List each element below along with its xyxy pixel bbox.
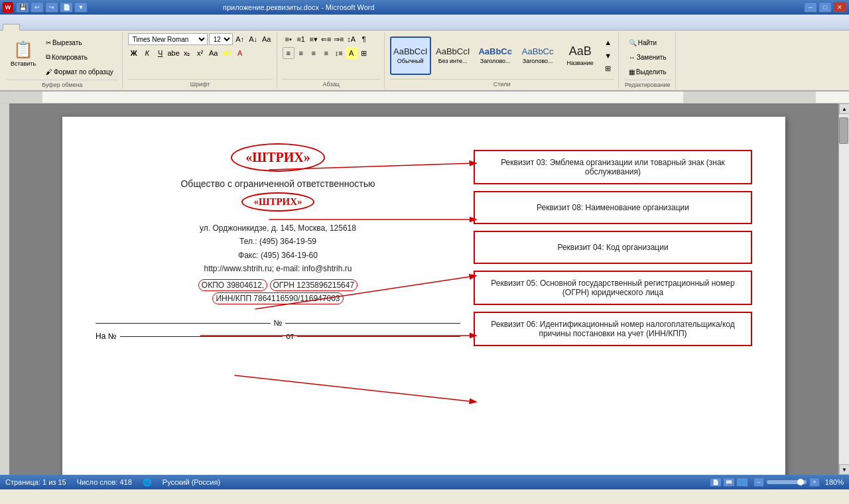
okpo-ogrn-line: ОКПО 39804612, ОГРН 1235896215647 <box>96 279 460 292</box>
signature-lines: № На № от <box>96 318 460 341</box>
fax-line: Факс: (495) 364-19-60 <box>96 249 460 262</box>
cut-button[interactable]: ✂ Вырезать <box>41 36 118 49</box>
line-spacing-btn[interactable]: ↕≡ <box>333 47 345 59</box>
tab-layout[interactable] <box>37 24 54 30</box>
zoom-out-btn[interactable]: − <box>753 477 764 487</box>
undo-qat-btn[interactable]: ↩ <box>31 2 44 13</box>
styles-scroll-up[interactable]: ▲ <box>602 36 614 48</box>
zoom-slider[interactable] <box>767 480 807 484</box>
logo-area: «ШТРИХ» Общество с ограниченной ответств… <box>96 143 460 212</box>
style-nospace[interactable]: AaBbCcI Без инте... <box>432 36 474 75</box>
styles-scroll-down[interactable]: ▼ <box>602 50 614 62</box>
style-title-label: Название <box>567 60 594 66</box>
justify-btn[interactable]: ≡ <box>320 47 332 59</box>
zoom-in-btn[interactable]: + <box>809 477 820 487</box>
reading-view-btn[interactable]: 📖 <box>723 477 735 487</box>
increase-indent-btn[interactable]: ⇒≡ <box>333 33 345 45</box>
font-name-select[interactable]: Times New Roman <box>128 33 208 45</box>
tab-view[interactable] <box>106 24 123 30</box>
sig-line-na: На № от <box>96 332 460 341</box>
find-button[interactable]: 🔍 Найти <box>624 36 662 49</box>
format-painter-button[interactable]: 🖌 Формат по образцу <box>41 65 118 78</box>
copy-button[interactable]: ⧉ Копировать <box>41 50 118 64</box>
maximize-btn[interactable]: □ <box>818 2 832 13</box>
highlight-btn[interactable]: ab <box>221 47 233 59</box>
font-shrink-btn[interactable]: A↓ <box>247 33 259 45</box>
align-left-btn[interactable]: ≡ <box>283 47 294 59</box>
view-buttons[interactable]: 📄 📖 🌐 <box>710 477 748 487</box>
qat-more-btn[interactable]: ▼ <box>74 2 88 13</box>
strikethrough-btn[interactable]: abe <box>168 47 180 59</box>
ribbon-group-clipboard: 📋 Вставить ✂ Вырезать ⧉ Копировать 🖌 Фор… <box>3 32 123 89</box>
new-qat-btn[interactable]: 📄 <box>60 2 73 13</box>
app-icon: W <box>3 2 13 13</box>
page: «ШТРИХ» Общество с ограниченной ответств… <box>62 117 785 475</box>
lang-status: Русский (Россия) <box>163 478 220 486</box>
subscript-btn[interactable]: x₂ <box>181 47 193 59</box>
req06-label: Реквизит 06: Идентификационный номер нал… <box>484 320 742 338</box>
change-case-btn[interactable]: Aa <box>261 33 273 45</box>
style-nospace-preview: AaBbCcI <box>436 46 470 56</box>
style-title[interactable]: AaB Название <box>560 36 601 75</box>
bold-button[interactable]: Ж <box>128 47 140 59</box>
numbering-btn[interactable]: ≡1 <box>295 33 307 45</box>
scroll-track[interactable] <box>839 114 849 464</box>
font-color-btn[interactable]: A <box>234 47 246 59</box>
style-heading2[interactable]: AaBbCc Заголово... <box>517 36 558 75</box>
italic-button[interactable]: К <box>141 47 153 59</box>
sig-na-label: На № <box>96 332 117 341</box>
save-qat-btn[interactable]: 💾 <box>16 2 29 13</box>
okpo-circled: ОКПО 39804612, <box>198 279 267 291</box>
close-btn[interactable]: ✕ <box>833 2 846 13</box>
req03-label: Реквизит 03: Эмблема организации или тов… <box>484 158 742 176</box>
minimize-btn[interactable]: ─ <box>804 2 817 13</box>
org-name-text: «ШТРИХ» <box>253 196 302 207</box>
sig-underline-1 <box>96 323 271 324</box>
bullets-btn[interactable]: ≡• <box>283 33 294 45</box>
sig-underline-3 <box>120 336 283 337</box>
borders-btn[interactable]: ⊞ <box>358 47 370 59</box>
vertical-scrollbar[interactable]: ▲ ▼ <box>838 103 849 475</box>
select-button[interactable]: ▦ Выделить <box>624 65 671 78</box>
style-heading1[interactable]: AaBbCc Заголово... <box>475 36 516 75</box>
scroll-up-btn[interactable]: ▲ <box>839 103 849 114</box>
redo-qat-btn[interactable]: ↪ <box>45 2 58 13</box>
normal-view-btn[interactable]: 📄 <box>710 477 722 487</box>
styles-more[interactable]: ⊞ <box>602 63 614 75</box>
req04-label: Реквизит 04: Код организации <box>557 243 668 252</box>
show-marks-btn[interactable]: ¶ <box>358 33 370 45</box>
tab-references[interactable] <box>54 24 72 30</box>
doc-main[interactable]: «ШТРИХ» Общество с ограниченной ответств… <box>9 103 838 475</box>
inn-circled: ИНН/КПП 7864116590/116947003 <box>212 292 343 304</box>
zoom-controls[interactable]: − + 180% <box>753 477 844 487</box>
tab-home[interactable] <box>3 24 20 31</box>
replace-button[interactable]: ↔ Заменить <box>624 50 671 64</box>
style-normal[interactable]: AaBbCcI Обычный <box>390 36 431 75</box>
shading-btn[interactable]: A <box>346 47 358 59</box>
font-size-select[interactable]: 12 <box>209 33 233 45</box>
superscript-btn[interactable]: x² <box>194 47 206 59</box>
web-view-btn[interactable]: 🌐 <box>736 477 748 487</box>
ribbon-tabs <box>0 15 849 31</box>
tab-insert[interactable] <box>20 24 37 30</box>
ruler: // ruler ticks drawn inline <box>0 92 849 103</box>
ribbon-group-styles: AaBbCcI Обычный AaBbCcI Без инте... AaBb… <box>386 32 619 89</box>
org-line1: Общество с ограниченной ответственностью <box>180 178 375 189</box>
sort-btn[interactable]: ↕A <box>346 33 358 45</box>
style-heading2-label: Заголово... <box>523 58 553 64</box>
align-right-btn[interactable]: ≡ <box>308 47 320 59</box>
font-grow-btn[interactable]: A↑ <box>234 33 246 45</box>
address-line: ул. Орджоникидзе, д. 145, Москва, 125618 <box>96 221 460 235</box>
tab-review[interactable] <box>89 24 106 30</box>
text-effects-btn[interactable]: Aa <box>208 47 220 59</box>
paste-button[interactable]: 📋 Вставить <box>7 33 40 74</box>
find-label: Найти <box>638 39 657 46</box>
decrease-indent-btn[interactable]: ⇐≡ <box>320 33 332 45</box>
logo-text: «ШТРИХ» <box>245 150 310 164</box>
tab-mailings[interactable] <box>72 24 89 30</box>
scroll-thumb[interactable] <box>839 117 848 144</box>
scroll-down-btn[interactable]: ▼ <box>839 464 849 475</box>
align-center-btn[interactable]: ≡ <box>295 47 307 59</box>
underline-button[interactable]: Ч <box>155 47 166 59</box>
multilevel-btn[interactable]: ≡▾ <box>308 33 320 45</box>
